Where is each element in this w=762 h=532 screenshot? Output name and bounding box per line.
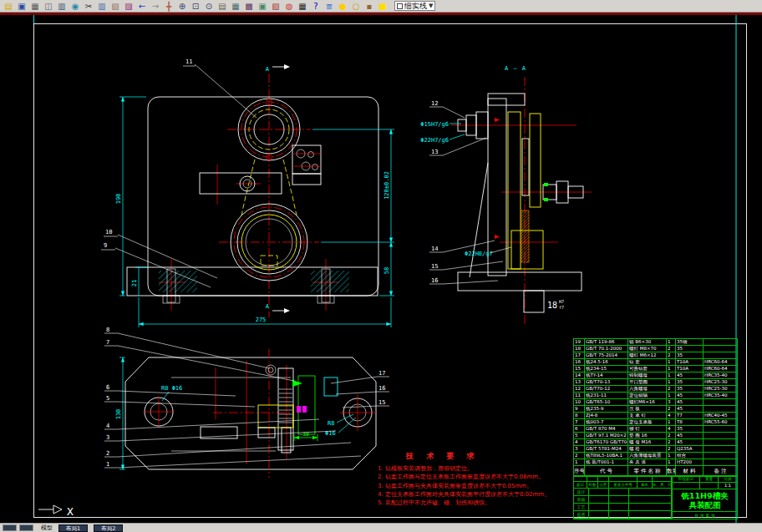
bom-row: 8 ZJ4-8 支 承 钉 4 T7 HRC40-45	[574, 413, 737, 419]
bom-no: 3	[574, 446, 585, 453]
toolbar-icon[interactable]: ▧	[269, 1, 282, 12]
toolbar-icon[interactable]: ▥	[55, 1, 69, 12]
bom-note	[704, 346, 737, 352]
toolbar-icon[interactable]: ←	[135, 1, 149, 12]
toolbar-icon[interactable]: ▧	[109, 1, 122, 12]
toolbar-icon[interactable]: ╋	[162, 1, 175, 12]
rev-label: 年、月、日	[653, 482, 672, 489]
bom-part-name: 支 承 钉	[628, 413, 667, 419]
tab-layout2[interactable]: 布局2	[94, 524, 123, 532]
bom-note	[704, 352, 737, 359]
toolbar-icon[interactable]: →	[149, 1, 162, 12]
scale-value: 1:1	[719, 483, 737, 489]
toolbar-icon[interactable]: ▣	[15, 1, 28, 12]
toolbar-icon[interactable]: ■	[376, 1, 389, 12]
toolbar-icon[interactable]: ▥	[95, 1, 109, 12]
bom-code: GB/T 870 M4	[585, 426, 628, 433]
dim-d22-upper: Φ22H7/g6	[420, 137, 449, 144]
toolbar-icon[interactable]: ⊕	[175, 1, 189, 12]
leader-label: 15	[378, 399, 385, 406]
toolbar-icon[interactable]: ◫	[42, 1, 55, 12]
bom-material: 45	[676, 433, 704, 439]
toolbar-icon[interactable]: ⊙	[202, 1, 216, 12]
main-toolbar: ▤ ▣ ▦ ◫ ▥ ◉ ✂ ▥ ▧ ▨ ← → ╋ ⊕ ⊡ ⊙	[0, 0, 762, 13]
bom-part-name: 螺 栓	[628, 446, 667, 453]
sheet-count: 共 张 第 张	[673, 511, 737, 519]
bom-material: 35	[676, 426, 704, 433]
bom-part-name: 垫 圈 16	[628, 433, 667, 439]
bom-material: 35	[676, 379, 704, 386]
tech-req-title: 技 术 要 求	[406, 451, 550, 462]
tab-layout1[interactable]: 布局1	[58, 524, 88, 532]
bom-note: HRC35-40	[704, 393, 737, 399]
chevron-down-icon[interactable]: ▼	[429, 3, 433, 9]
tech-req-line: 5. 装配过程中不允许磕、碰、划伤和锈蚀。	[378, 499, 550, 507]
bom-code: GB/T 5781-M24	[585, 446, 628, 453]
bom-material: 45	[676, 372, 704, 379]
toolbar-icon[interactable]: ▦	[296, 1, 309, 12]
bom-row: 12 GB/T70-12 六角螺母 2 35 HRC25-30	[574, 386, 737, 393]
toolbar-icon[interactable]: ▦	[28, 1, 42, 12]
bom-qty: 2	[667, 433, 676, 439]
stage-label: 阶段标记	[673, 476, 700, 483]
bom-part-name: 销 B6×30	[628, 339, 667, 346]
leader-label: 1	[106, 461, 109, 468]
bom-note: HRC40-45	[704, 413, 737, 419]
weight-label: 重量	[700, 476, 719, 483]
bom-code: GB/T 97.1 M20×2	[585, 433, 628, 439]
tab-nav-next-button[interactable]	[19, 524, 33, 531]
toolbar-icon[interactable]: ✂	[82, 1, 95, 12]
toolbar-icon[interactable]: ≣	[323, 1, 336, 12]
bom-material: 35	[676, 386, 704, 393]
toolbar-icon[interactable]: ?	[309, 1, 323, 12]
bom-qty: 1	[667, 372, 676, 379]
tab-nav-prev-button[interactable]	[3, 524, 17, 531]
bom-row: 13 GB/T70-13 开口垫圈 1 35 HRC25-30	[574, 379, 737, 386]
toolbar-icon[interactable]: ▪	[363, 1, 376, 12]
bom-note: HRC60-64	[704, 366, 737, 372]
bom-qty: 2	[667, 386, 676, 393]
bom-row: 3 GB/T 5781-M24 螺 栓 2 Q235A	[574, 446, 737, 453]
bom-qty: 2	[667, 352, 676, 359]
bom-qty: 1	[667, 393, 676, 399]
bom-code: 铣235-9	[585, 406, 628, 413]
bom-note	[704, 406, 737, 413]
toolbar-icon[interactable]: ▤	[2, 1, 15, 12]
bom-note	[704, 339, 737, 346]
toolbar-icon[interactable]: ▨	[122, 1, 135, 12]
bom-code: 铣003-7	[585, 419, 628, 426]
bom-table: 19 GB/T 119-86 销 B6×30 1 35钢 18 GB/T 70.…	[573, 338, 738, 477]
bom-qty: 2	[667, 346, 676, 352]
layer-dropdown[interactable]: 细实线 ▼	[394, 1, 435, 11]
bom-code: 铣234-15	[585, 366, 628, 372]
layer-color-box	[397, 3, 403, 9]
role-row: 设计	[574, 489, 672, 496]
toolbar-icon[interactable]: ▩	[242, 1, 256, 12]
revision-row	[574, 476, 672, 482]
tab-model[interactable]: 模型	[41, 524, 53, 532]
toolbar-icon[interactable]: ◍	[282, 1, 296, 12]
drawing-title-line1: 铣11H9槽夹	[681, 491, 728, 500]
drawing-title: 铣11H9槽夹 具装配图	[673, 489, 737, 511]
bom-part-name: 螺钉 M6×12	[628, 352, 667, 359]
bom-note: HRC25-30	[704, 386, 737, 393]
bom-code: GB/T65-10	[585, 399, 628, 406]
bom-row: 11 铣231-11 定位销轴 1 45 HRC35-40	[574, 393, 737, 399]
dim-lower: 58	[384, 267, 390, 274]
bom-note	[704, 399, 737, 406]
toolbar-icon[interactable]: ◉	[69, 1, 82, 12]
leader-label: 17	[378, 370, 385, 377]
bom-material: 45	[676, 393, 704, 399]
bom-qty: 1	[667, 339, 676, 346]
dim-base-thickness: 21	[131, 280, 138, 286]
toolbar-icon[interactable]: ○	[349, 1, 363, 12]
toolbar-icon[interactable]: ▤	[216, 1, 229, 12]
title-block-right: 阶段标记 重量 比例 1:1 铣11H9槽夹 具装配图 共 张 第 张	[673, 476, 737, 519]
role-row: 审核	[574, 496, 672, 504]
toolbar-icon[interactable]: ▣	[256, 1, 269, 12]
bom-no: 13	[574, 379, 585, 386]
toolbar-icon[interactable]: ▦	[229, 1, 242, 12]
toolbar-icons: ▤ ▣ ▦ ◫ ▥ ◉ ✂ ▥ ▧ ▨ ← → ╋ ⊕ ⊡ ⊙	[2, 1, 389, 12]
toolbar-icon[interactable]: ●	[336, 1, 349, 12]
toolbar-icon[interactable]: ⊡	[189, 1, 202, 12]
